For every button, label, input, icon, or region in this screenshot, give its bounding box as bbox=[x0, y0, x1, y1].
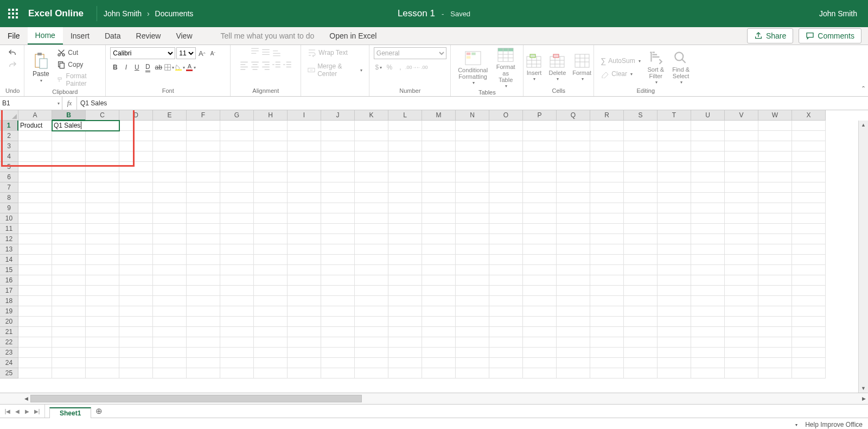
cell-B23[interactable] bbox=[52, 348, 86, 358]
cell-P5[interactable] bbox=[523, 162, 557, 172]
scroll-left-button[interactable]: ◀ bbox=[22, 393, 30, 404]
add-sheet-button[interactable]: ⊕ bbox=[91, 405, 106, 418]
row-header-12[interactable]: 12 bbox=[0, 234, 18, 244]
cell-S17[interactable] bbox=[624, 286, 658, 296]
cell-I3[interactable] bbox=[288, 141, 321, 152]
cell-T8[interactable] bbox=[658, 193, 691, 203]
row-header-11[interactable]: 11 bbox=[0, 224, 18, 234]
cell-D21[interactable] bbox=[119, 327, 153, 337]
cell-R15[interactable] bbox=[590, 265, 624, 275]
cell-V25[interactable] bbox=[725, 368, 758, 378]
cell-O21[interactable] bbox=[489, 327, 523, 337]
cell-Q20[interactable] bbox=[557, 317, 590, 327]
cell-B13[interactable] bbox=[52, 244, 86, 255]
cell-J17[interactable] bbox=[321, 286, 355, 296]
cell-C15[interactable] bbox=[86, 265, 119, 275]
cell-I21[interactable] bbox=[288, 327, 321, 337]
cell-N5[interactable] bbox=[456, 162, 489, 172]
cell-X20[interactable] bbox=[792, 317, 826, 327]
cell-H4[interactable] bbox=[254, 152, 288, 162]
bold-button[interactable]: B bbox=[110, 62, 120, 72]
cell-K10[interactable] bbox=[355, 213, 388, 224]
accounting-format-button[interactable]: $▾ bbox=[374, 62, 384, 72]
cell-U4[interactable] bbox=[691, 152, 725, 162]
cell-C13[interactable] bbox=[86, 244, 119, 255]
merge-center-button[interactable]: Merge & Center▾ bbox=[305, 61, 365, 79]
cell-G19[interactable] bbox=[220, 306, 254, 317]
cell-X25[interactable] bbox=[792, 368, 826, 378]
cell-T1[interactable] bbox=[658, 121, 691, 131]
cell-P19[interactable] bbox=[523, 306, 557, 317]
cell-E22[interactable] bbox=[153, 337, 187, 348]
cell-C12[interactable] bbox=[86, 234, 119, 244]
cell-R9[interactable] bbox=[590, 203, 624, 213]
cell-A21[interactable] bbox=[18, 327, 52, 337]
cell-V5[interactable] bbox=[725, 162, 758, 172]
cell-P20[interactable] bbox=[523, 317, 557, 327]
cell-N19[interactable] bbox=[456, 306, 489, 317]
cell-O25[interactable] bbox=[489, 368, 523, 378]
cell-L6[interactable] bbox=[388, 172, 422, 182]
cell-K2[interactable] bbox=[355, 131, 388, 141]
cell-W9[interactable] bbox=[758, 203, 792, 213]
cell-Q22[interactable] bbox=[557, 337, 590, 348]
cell-R1[interactable] bbox=[590, 121, 624, 131]
percent-format-button[interactable]: % bbox=[385, 62, 394, 72]
cell-K14[interactable] bbox=[355, 255, 388, 265]
column-header-J[interactable]: J bbox=[321, 110, 355, 121]
cell-S13[interactable] bbox=[624, 244, 658, 255]
status-menu-button[interactable]: ▾ bbox=[795, 422, 797, 427]
cell-J4[interactable] bbox=[321, 152, 355, 162]
help-improve-link[interactable]: Help Improve Office bbox=[805, 421, 863, 428]
tell-me-search[interactable]: Tell me what you want to do bbox=[213, 27, 322, 45]
collapse-ribbon-button[interactable]: ˆ bbox=[862, 85, 865, 94]
cell-Q24[interactable] bbox=[557, 358, 590, 368]
cell-T11[interactable] bbox=[658, 224, 691, 234]
cell-H3[interactable] bbox=[254, 141, 288, 152]
column-header-X[interactable]: X bbox=[792, 110, 826, 121]
cell-N11[interactable] bbox=[456, 224, 489, 234]
sheet-first-button[interactable]: |◀ bbox=[3, 407, 12, 415]
cell-K11[interactable] bbox=[355, 224, 388, 234]
cell-Q11[interactable] bbox=[557, 224, 590, 234]
cell-M2[interactable] bbox=[422, 131, 456, 141]
cell-P23[interactable] bbox=[523, 348, 557, 358]
cell-M6[interactable] bbox=[422, 172, 456, 182]
cell-K19[interactable] bbox=[355, 306, 388, 317]
cell-F5[interactable] bbox=[187, 162, 220, 172]
format-as-table-button[interactable]: Format as Table▾ bbox=[493, 47, 519, 89]
cell-X19[interactable] bbox=[792, 306, 826, 317]
decrease-decimal-button[interactable]: ←.00 bbox=[417, 62, 427, 72]
cell-T16[interactable] bbox=[658, 275, 691, 286]
tab-view[interactable]: View bbox=[168, 27, 200, 45]
cell-Q8[interactable] bbox=[557, 193, 590, 203]
column-header-I[interactable]: I bbox=[288, 110, 321, 121]
cell-P16[interactable] bbox=[523, 275, 557, 286]
cell-W18[interactable] bbox=[758, 296, 792, 306]
cell-U18[interactable] bbox=[691, 296, 725, 306]
cell-N14[interactable] bbox=[456, 255, 489, 265]
cell-R4[interactable] bbox=[590, 152, 624, 162]
cell-R5[interactable] bbox=[590, 162, 624, 172]
cell-S16[interactable] bbox=[624, 275, 658, 286]
cell-P3[interactable] bbox=[523, 141, 557, 152]
column-header-G[interactable]: G bbox=[220, 110, 254, 121]
cell-G22[interactable] bbox=[220, 337, 254, 348]
cell-H12[interactable] bbox=[254, 234, 288, 244]
cell-H6[interactable] bbox=[254, 172, 288, 182]
row-header-15[interactable]: 15 bbox=[0, 265, 18, 275]
cell-E15[interactable] bbox=[153, 265, 187, 275]
cell-P1[interactable] bbox=[523, 121, 557, 131]
cell-O8[interactable] bbox=[489, 193, 523, 203]
cell-C14[interactable] bbox=[86, 255, 119, 265]
cell-R2[interactable] bbox=[590, 131, 624, 141]
breadcrumb-user[interactable]: John Smith bbox=[104, 9, 142, 18]
column-header-U[interactable]: U bbox=[691, 110, 725, 121]
format-cells-button[interactable]: Format▾ bbox=[570, 53, 593, 82]
cell-H8[interactable] bbox=[254, 193, 288, 203]
cell-P21[interactable] bbox=[523, 327, 557, 337]
cell-H14[interactable] bbox=[254, 255, 288, 265]
cell-R12[interactable] bbox=[590, 234, 624, 244]
cell-T22[interactable] bbox=[658, 337, 691, 348]
cell-H7[interactable] bbox=[254, 182, 288, 193]
